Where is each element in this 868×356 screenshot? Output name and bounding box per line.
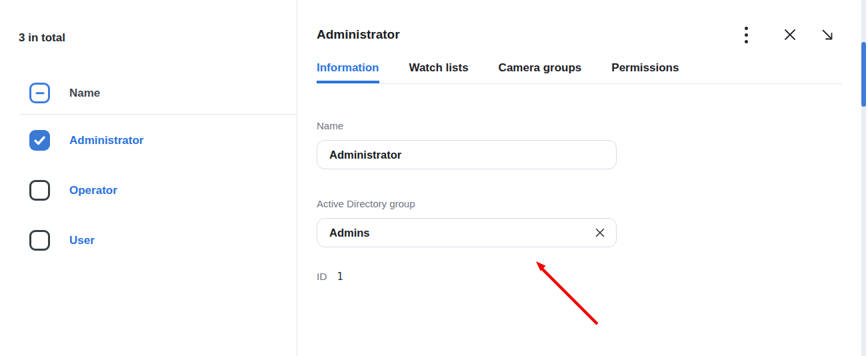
list-header-row: Name (29, 83, 100, 103)
id-value: 1 (337, 271, 343, 283)
id-row: ID 1 (317, 271, 343, 283)
list-item: Operator (29, 180, 117, 201)
select-all-checkbox[interactable] (29, 83, 50, 103)
administrator-checkbox[interactable] (29, 130, 50, 151)
name-column-header: Name (69, 87, 100, 100)
tab-camera-groups[interactable]: Camera groups (499, 61, 582, 83)
name-field-label: Name (317, 120, 343, 131)
ad-group-input[interactable]: Admins (317, 218, 617, 247)
list-item: Administrator (29, 130, 143, 151)
operator-checkbox[interactable] (29, 180, 50, 201)
total-count-label: 3 in total (19, 31, 65, 45)
roles-screen: 3 in total Name Administrator Operator U… (0, 0, 868, 356)
role-link-operator[interactable]: Operator (69, 184, 117, 197)
roles-list-panel: 3 in total Name Administrator Operator U… (0, 0, 297, 356)
panel-title: Administrator (317, 27, 400, 42)
ad-group-field-label: Active Directory group (317, 198, 415, 209)
indeterminate-dash-icon (35, 92, 44, 95)
role-link-user[interactable]: User (69, 234, 95, 247)
detail-tabs: Information Watch lists Camera groups Pe… (317, 61, 841, 84)
role-link-administrator[interactable]: Administrator (69, 134, 143, 147)
clear-x-icon[interactable] (593, 226, 607, 239)
list-item: User (29, 230, 95, 251)
scrollbar-thumb[interactable] (861, 42, 866, 107)
tab-watch-lists[interactable]: Watch lists (409, 61, 469, 83)
close-icon[interactable] (782, 27, 798, 43)
expand-diagonal-icon[interactable] (819, 27, 835, 43)
tab-information[interactable]: Information (317, 61, 379, 83)
user-checkbox[interactable] (29, 230, 50, 251)
tab-permissions[interactable]: Permissions (611, 61, 679, 83)
name-input-value: Administrator (329, 149, 607, 161)
check-icon (29, 130, 50, 151)
kebab-menu-icon[interactable] (738, 27, 754, 43)
name-input[interactable]: Administrator (317, 140, 617, 169)
id-label: ID (317, 271, 327, 283)
role-detail-panel: Administrator Information Watch lists Ca… (297, 0, 868, 356)
list-divider (20, 114, 297, 115)
ad-group-input-value: Admins (329, 227, 593, 239)
